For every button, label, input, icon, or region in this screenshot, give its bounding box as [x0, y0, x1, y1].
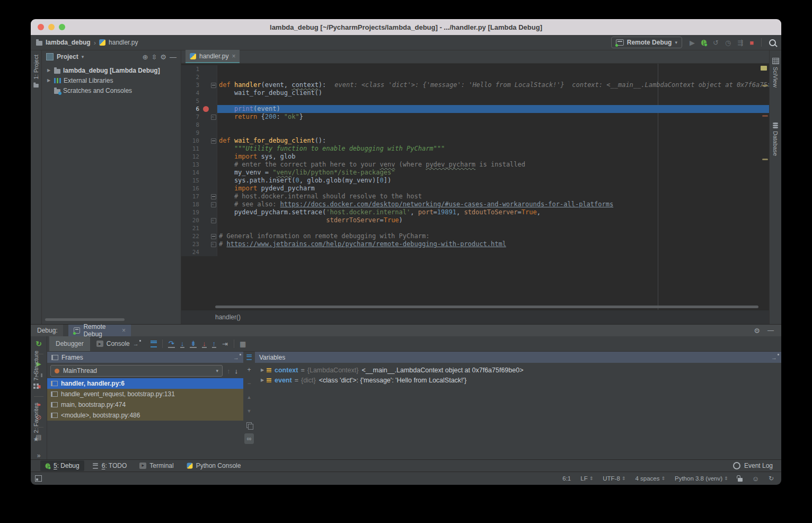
- gutter-cell[interactable]: [201, 129, 210, 137]
- step-into-my-code-icon[interactable]: ↓: [202, 340, 207, 348]
- gutter-cell[interactable]: [201, 113, 210, 121]
- code-line-24[interactable]: 24: [181, 248, 769, 256]
- lock-icon[interactable]: [738, 478, 743, 482]
- step-over-icon[interactable]: ↷: [168, 340, 175, 348]
- scrollbar-mark[interactable]: [762, 85, 768, 86]
- locate-file-icon[interactable]: ⊕: [143, 54, 148, 60]
- code-line-15[interactable]: 15 sys.path.insert(0, glob.glob(my_venv)…: [181, 177, 769, 185]
- line-ending-select[interactable]: LF⇕: [580, 475, 593, 482]
- fold-marker-cell[interactable]: [210, 81, 217, 89]
- frame-row[interactable]: <module>, bootstrap.py:486: [47, 410, 243, 421]
- code-line-22[interactable]: 22# General information on remote debugg…: [181, 232, 769, 240]
- run-to-cursor-icon[interactable]: ⇥: [222, 341, 228, 347]
- editor-content[interactable]: 123def handler(event, context):event: <c…: [181, 64, 769, 310]
- reader-mode-icon[interactable]: ☺: [752, 475, 759, 483]
- editor-breadcrumb[interactable]: handler(): [181, 310, 769, 324]
- gutter-cell[interactable]: [201, 240, 210, 248]
- gutter-cell[interactable]: [201, 145, 210, 153]
- step-into-icon[interactable]: ↓: [180, 340, 185, 348]
- code-line-9[interactable]: 9: [181, 129, 769, 137]
- gutter-cell[interactable]: [201, 248, 210, 256]
- caret-position[interactable]: 6:1: [562, 475, 571, 482]
- gutter-cell[interactable]: [201, 232, 210, 240]
- interpreter-select[interactable]: Python 3.8 (venv)⇕: [675, 475, 728, 482]
- fold-marker-cell[interactable]: [210, 240, 217, 248]
- more-icon[interactable]: »: [37, 452, 41, 459]
- toolwindow-button-sciview[interactable]: SciView: [770, 58, 781, 88]
- evaluate-expression-icon[interactable]: ▦: [240, 340, 246, 348]
- code-line-13[interactable]: 13 # enter the correct path here to your…: [181, 161, 769, 169]
- fold-marker-cell[interactable]: [210, 232, 217, 240]
- gutter-cell[interactable]: [201, 161, 210, 169]
- gutter-cell[interactable]: [201, 201, 210, 208]
- gutter-cell[interactable]: [201, 97, 210, 105]
- duplicate-watch-icon[interactable]: [244, 418, 254, 432]
- hide-panel-icon[interactable]: —: [170, 54, 176, 60]
- event-log-button[interactable]: Event Log: [733, 462, 773, 469]
- minimize-button[interactable]: [48, 24, 55, 30]
- project-panel-title[interactable]: Project: [57, 53, 78, 60]
- debug-session-tab[interactable]: Remote Debug ×: [68, 325, 131, 336]
- tab-console[interactable]: ▸ Console →: [95, 336, 145, 351]
- fold-marker-cell[interactable]: [210, 201, 217, 208]
- code-line-2[interactable]: 2: [181, 73, 769, 81]
- coverage-button[interactable]: ↺: [713, 39, 719, 46]
- editor-horizontal-scrollbar[interactable]: [215, 306, 758, 308]
- gutter-cell[interactable]: [201, 224, 210, 232]
- expand-arrow-icon[interactable]: ▶: [258, 368, 267, 372]
- jump-to-icon[interactable]: →: [233, 354, 239, 361]
- jump-to-icon[interactable]: →: [771, 354, 777, 361]
- zoom-button[interactable]: [59, 24, 65, 30]
- rerun-icon[interactable]: ↻: [36, 339, 42, 348]
- breakpoint-dot[interactable]: [201, 105, 210, 113]
- frame-row[interactable]: handler, handler.py:6: [47, 378, 243, 389]
- code-line-21[interactable]: 21: [181, 224, 769, 232]
- gutter-cell[interactable]: [201, 169, 210, 177]
- fold-marker-cell[interactable]: [210, 113, 217, 121]
- code-line-4[interactable]: 4 wait_for_debug_client(): [181, 89, 769, 97]
- gutter-cell[interactable]: [201, 81, 210, 89]
- gutter-cell[interactable]: [201, 65, 210, 73]
- gutter-cell[interactable]: [201, 185, 210, 193]
- gear-icon[interactable]: ⚙: [160, 54, 166, 60]
- close-icon[interactable]: ×: [232, 53, 235, 60]
- code-line-5[interactable]: 5: [181, 97, 769, 105]
- scrollbar-mark[interactable]: [762, 115, 768, 117]
- gutter-cell[interactable]: [201, 89, 210, 97]
- fold-marker-cell[interactable]: [210, 193, 217, 201]
- expand-arrow-icon[interactable]: ▶: [258, 378, 267, 382]
- breadcrumb-project[interactable]: lambda_debug: [46, 39, 91, 46]
- chevron-down-icon[interactable]: ▾: [82, 55, 84, 59]
- tree-item-project-root[interactable]: ▶ lambda_debug [Lambda Debug]: [42, 65, 181, 75]
- code-line-20[interactable]: 20 stderrToServer=True): [181, 216, 769, 224]
- tree-item-external-libraries[interactable]: ▶ External Libraries: [42, 75, 181, 85]
- gutter-cell[interactable]: [201, 153, 210, 161]
- gutter-cell[interactable]: [201, 121, 210, 129]
- toolwindow-button-debug[interactable]: 5: Debug: [40, 460, 84, 471]
- watches-menu-icon[interactable]: [246, 354, 252, 360]
- scrollbar-mark[interactable]: [762, 159, 768, 160]
- add-watch-icon[interactable]: +: [244, 363, 254, 377]
- breadcrumb-file[interactable]: handler.py: [109, 39, 138, 46]
- gutter-cell[interactable]: [201, 177, 210, 185]
- project-horizontal-scrollbar[interactable]: [45, 318, 125, 321]
- toolwindow-button-project[interactable]: 1: Project: [31, 55, 41, 88]
- multirun-button[interactable]: ⇶: [737, 39, 743, 46]
- search-icon[interactable]: [769, 39, 776, 46]
- run-configuration-select[interactable]: Remote Debug ▾: [611, 37, 682, 48]
- code-line-10[interactable]: 10def wait_for_debug_client():: [181, 137, 769, 145]
- inspections-indicator[interactable]: [761, 66, 767, 71]
- frame-row[interactable]: handle_event_request, bootstrap.py:131: [47, 389, 243, 399]
- toolwindow-button-todo[interactable]: 6: TODO: [87, 460, 132, 471]
- move-down-icon[interactable]: ▼: [244, 404, 254, 418]
- toolwindow-button-terminal[interactable]: ▸ Terminal: [135, 460, 178, 471]
- next-frame-icon[interactable]: ↓: [235, 367, 239, 375]
- code-line-8[interactable]: 8: [181, 121, 769, 129]
- editor-tab-handler-py[interactable]: handler.py ×: [186, 50, 240, 63]
- code-line-7[interactable]: 7 return {200: "ok"}: [181, 113, 769, 121]
- force-step-into-icon[interactable]: ⇟: [190, 340, 197, 348]
- thread-select[interactable]: MainThread ▾: [50, 365, 223, 377]
- gear-icon[interactable]: ⚙: [754, 327, 760, 335]
- debug-button[interactable]: [701, 40, 707, 46]
- gutter-cell[interactable]: [201, 73, 210, 81]
